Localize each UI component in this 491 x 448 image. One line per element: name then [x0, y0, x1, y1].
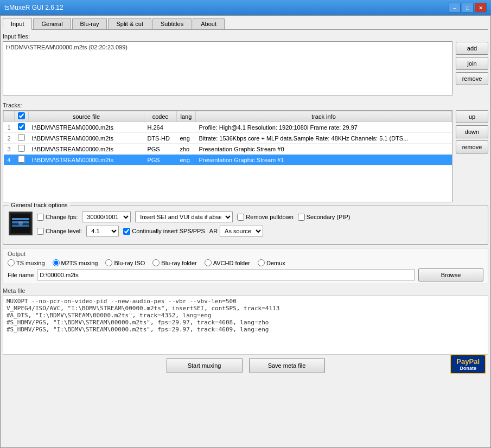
col-trackinfo: track info: [195, 111, 451, 122]
ts-muxing-label[interactable]: TS muxing: [8, 259, 45, 266]
avchd-folder-radio[interactable]: [205, 259, 212, 266]
main-window: Input General Blu-ray Split & cut Subtit…: [0, 15, 491, 448]
col-num: [4, 111, 15, 122]
track-lang: eng: [176, 133, 195, 144]
demux-label[interactable]: Demux: [258, 259, 285, 266]
track-source: I:\BDMV\STREAM\00000.m2ts: [29, 122, 144, 133]
table-row[interactable]: 1 I:\BDMV\STREAM\00000.m2ts H.264 Profil…: [4, 122, 452, 133]
track-check[interactable]: [15, 133, 29, 144]
track-source: I:\BDMV\STREAM\00000.m2ts: [29, 133, 144, 144]
change-fps-checkbox-label: Change fps:: [37, 214, 78, 221]
output-modes-row: TS muxing M2TS muxing Blu-ray ISO Blu-ra…: [8, 259, 483, 266]
bluray-iso-label[interactable]: Blu-ray ISO: [105, 259, 145, 266]
track-num: 1: [4, 122, 15, 133]
minimize-button[interactable]: –: [449, 3, 461, 12]
track-checkbox[interactable]: [18, 145, 25, 152]
output-label: Output: [8, 251, 483, 257]
fps-row: Change fps: 30000/1001 24000/1001 25 50 …: [37, 212, 482, 222]
demux-radio[interactable]: [258, 259, 265, 266]
window-controls: – □ ✕: [449, 3, 487, 12]
tracks-label: Tracks:: [3, 102, 488, 108]
paypal-text: PayPal: [456, 357, 480, 366]
tab-about[interactable]: About: [193, 18, 225, 29]
tracks-table: source file codec lang track info 1 I:\B…: [3, 111, 452, 165]
remove-pulldown-checkbox[interactable]: [237, 214, 244, 221]
bluray-iso-radio[interactable]: [105, 259, 112, 266]
track-checkbox[interactable]: [18, 156, 25, 163]
bluray-folder-radio[interactable]: [152, 259, 160, 266]
ar-select[interactable]: As source 4:3 16:9 Original: [220, 226, 263, 236]
continually-insert-text: Continually insert SPS/PPS: [132, 228, 205, 234]
tab-bluray[interactable]: Blu-ray: [72, 18, 107, 29]
table-row[interactable]: 2 I:\BDMV\STREAM\00000.m2ts DTS-HD eng B…: [4, 133, 452, 144]
svg-rect-2: [12, 218, 29, 220]
file-name-row: File name Browse: [8, 268, 483, 281]
input-buttons: add join remove: [456, 33, 488, 99]
general-track-options-label: General track options: [9, 202, 70, 208]
track-check[interactable]: [15, 155, 29, 165]
save-meta-file-button[interactable]: Save meta file: [249, 358, 325, 373]
general-track-options-group: General track options Change fps:: [3, 206, 488, 245]
change-level-checkbox[interactable]: [37, 228, 44, 235]
add-button[interactable]: add: [456, 42, 488, 55]
track-source: I:\BDMV\STREAM\00000.m2ts: [29, 144, 144, 155]
change-fps-label: Change fps:: [46, 214, 78, 220]
select-all-checkbox[interactable]: [18, 112, 25, 119]
browse-button[interactable]: Browse: [418, 268, 483, 281]
input-files-label: Input files:: [3, 33, 452, 40]
tab-subtitles[interactable]: Subtitles: [152, 18, 192, 29]
change-level-checkbox-label: Change level:: [37, 228, 82, 235]
track-checkbox[interactable]: [18, 123, 25, 130]
sei-select[interactable]: Insert SEI and VUI data if absent Don't …: [135, 212, 233, 222]
secondary-checkbox[interactable]: [298, 214, 305, 221]
tab-splitcut[interactable]: Split & cut: [108, 18, 151, 29]
paypal-donate-button[interactable]: PayPal Donate: [450, 354, 486, 374]
svg-point-5: [18, 221, 23, 226]
track-lang: [176, 122, 195, 133]
m2ts-muxing-radio[interactable]: [53, 259, 60, 266]
bluray-folder-label[interactable]: Blu-ray folder: [152, 259, 196, 266]
secondary-label: Secondary (PIP): [298, 214, 350, 221]
change-fps-checkbox[interactable]: [37, 214, 44, 221]
file-name-label: File name: [8, 272, 34, 278]
level-select[interactable]: 4.1 4.0 3.1 3.0: [86, 226, 119, 236]
remove-input-button[interactable]: remove: [456, 72, 488, 85]
avchd-folder-label[interactable]: AVCHD folder: [205, 259, 250, 266]
ar-label: AR: [209, 228, 218, 234]
close-button[interactable]: ✕: [475, 3, 487, 12]
join-button[interactable]: join: [456, 57, 488, 70]
track-num: 3: [4, 144, 15, 155]
track-codec: PGS: [144, 144, 176, 155]
track-checkbox[interactable]: [18, 134, 25, 141]
track-source: I:\BDMV\STREAM\00000.m2ts: [29, 155, 144, 165]
remove-track-button[interactable]: remove: [456, 140, 488, 153]
tab-input[interactable]: Input: [3, 18, 32, 30]
start-muxing-button[interactable]: Start muxing: [167, 358, 243, 373]
col-lang: lang: [176, 111, 195, 122]
track-info: Presentation Graphic Stream #0: [195, 144, 451, 155]
table-row[interactable]: 4 I:\BDMV\STREAM\00000.m2ts PGS eng Pres…: [4, 155, 452, 165]
continually-insert-checkbox[interactable]: [123, 228, 130, 235]
maximize-button[interactable]: □: [462, 3, 474, 12]
remove-pulldown-label: Remove pulldown: [237, 214, 293, 221]
up-button[interactable]: up: [456, 110, 488, 123]
ts-muxing-radio[interactable]: [8, 259, 15, 266]
down-button[interactable]: down: [456, 125, 488, 138]
track-check[interactable]: [15, 144, 29, 155]
track-lang: zho: [176, 144, 195, 155]
m2ts-muxing-label[interactable]: M2TS muxing: [53, 259, 98, 266]
table-row[interactable]: 3 I:\BDMV\STREAM\00000.m2ts PGS zho Pres…: [4, 144, 452, 155]
tracks-section: Tracks: source file codec lang track inf…: [3, 102, 488, 202]
track-info: Bitrate: 1536Kbps core + MLP data.Sample…: [195, 133, 451, 144]
tab-general[interactable]: General: [33, 18, 71, 29]
meta-file-label: Meta file: [3, 287, 488, 294]
input-file-entry: I:\BDMV\STREAM\00000.m2ts (02:20:23.099): [5, 44, 450, 50]
track-check[interactable]: [15, 122, 29, 133]
track-info: Profile: High@4.1 Resolution: 1920:1080i…: [195, 122, 451, 133]
ar-row: AR As source 4:3 16:9 Original: [209, 226, 263, 236]
file-name-input[interactable]: [37, 270, 415, 280]
secondary-text: Secondary (PIP): [307, 214, 350, 220]
fps-select[interactable]: 30000/1001 24000/1001 25 50 60000/1001: [82, 212, 131, 222]
track-info: Presentation Graphic Stream #1: [195, 155, 451, 165]
output-section: Output TS muxing M2TS muxing Blu-ray ISO…: [3, 248, 488, 284]
